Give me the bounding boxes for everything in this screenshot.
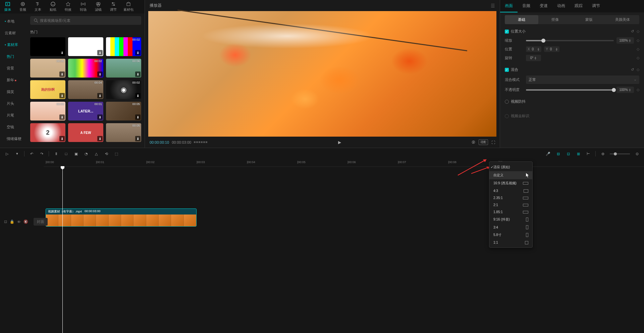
sidebar-item[interactable]: 片尾 xyxy=(0,110,27,121)
checkbox-blend[interactable]: ✓ xyxy=(505,68,509,72)
mic-icon[interactable]: 🎤 xyxy=(545,151,551,157)
tab-audio[interactable]: 音频 xyxy=(15,0,30,13)
asset-thumbnail[interactable]: ⬇ xyxy=(68,37,103,56)
search-field[interactable] xyxy=(40,18,138,22)
ratio-option[interactable]: 16:9 (西瓜视频) xyxy=(489,179,532,187)
tab-filter[interactable]: 滤镜 xyxy=(91,0,106,13)
reset-icon[interactable]: ↺ xyxy=(631,29,634,34)
inspector-tab[interactable]: 变速 xyxy=(535,0,552,12)
sidebar-item[interactable]: 本地 xyxy=(0,16,27,27)
search-input[interactable] xyxy=(30,16,141,25)
keyframe-icon[interactable]: ◇ xyxy=(637,47,639,51)
redo-button[interactable]: ↷ xyxy=(39,151,45,157)
split-tool[interactable]: Ⅱ xyxy=(53,151,59,157)
asset-thumbnail[interactable]: 00:03⬇ xyxy=(30,102,65,121)
link-icon[interactable]: ⊡ xyxy=(565,151,571,157)
speed-tool[interactable]: ◔ xyxy=(83,151,89,157)
rotate-value[interactable]: 0°▲▼ xyxy=(526,55,541,61)
inspector-tab[interactable]: 跟踪 xyxy=(570,0,587,12)
zoom-fit-icon[interactable]: ⊙ xyxy=(634,151,640,157)
inspector-tab[interactable]: 动画 xyxy=(552,0,570,12)
tab-pack[interactable]: 素材包 xyxy=(121,0,136,13)
chevron-down-icon[interactable]: ▼ xyxy=(14,151,20,157)
align-icon[interactable]: ⊢ xyxy=(585,151,591,157)
sidebar-item[interactable]: 片头 xyxy=(0,98,27,109)
playhead[interactable] xyxy=(62,167,63,333)
sidebar-item[interactable]: 情绪爆梗 xyxy=(0,134,27,144)
opacity-value[interactable]: 100%▲▼ xyxy=(616,87,634,93)
asset-thumbnail[interactable]: 00:06⬇ xyxy=(106,59,141,78)
play-button[interactable]: ▶ xyxy=(335,140,344,145)
delete-tool[interactable]: □ xyxy=(63,151,69,157)
capture-icon[interactable]: ⦿ xyxy=(472,140,475,144)
zoom-out-icon[interactable]: ⊖ xyxy=(600,151,606,157)
timeline-ruler[interactable]: |00:00|00:01|00:02|00:03|00:04|00:05|00:… xyxy=(44,159,644,167)
checkbox-stabilize[interactable] xyxy=(505,100,509,104)
mute-icon[interactable]: 🔇 xyxy=(23,220,28,224)
ratio-option[interactable]: 5.8寸 xyxy=(489,231,532,239)
sidebar-item[interactable]: 故障动画 xyxy=(0,145,27,148)
ratio-option[interactable]: 2.35:1 xyxy=(489,194,532,201)
tab-media[interactable]: 媒体 xyxy=(0,0,15,13)
asset-thumbnail[interactable]: 00:02⬇ xyxy=(106,37,141,56)
player-viewport[interactable] xyxy=(148,11,496,137)
pos-y-input[interactable]: Y0▲▼ xyxy=(544,46,559,52)
fullscreen-icon[interactable]: ⛶ xyxy=(491,140,495,144)
track-toggle-icon[interactable]: ⊡ xyxy=(4,220,7,224)
ratio-button[interactable]: 适配 xyxy=(479,139,488,145)
keyframe-icon[interactable]: ◇ xyxy=(637,56,639,60)
ratio-option[interactable]: 4:3 xyxy=(489,187,532,194)
sidebar-item[interactable]: 背景 xyxy=(0,63,27,74)
inspector-tab[interactable]: 画面 xyxy=(500,0,518,12)
inspector-seg[interactable]: 基础 xyxy=(505,15,538,24)
pointer-tool[interactable]: ▷ xyxy=(4,151,10,157)
tab-text[interactable]: TI文本 xyxy=(30,0,45,13)
asset-thumbnail[interactable]: 00:04⬇ xyxy=(68,80,103,99)
video-clip[interactable]: 视频素材（有字幕）.mp400:00:03:00 xyxy=(46,208,197,227)
ratio-option[interactable]: 1:1 xyxy=(489,239,532,246)
inspector-seg[interactable]: 美颜美体 xyxy=(606,15,639,24)
tab-fx[interactable]: 特效 xyxy=(60,0,75,13)
sidebar-item[interactable]: 素材库 xyxy=(0,40,27,50)
asset-thumbnail[interactable]: 00:05⬇ xyxy=(30,59,65,78)
asset-thumbnail[interactable]: 00:05⬇ xyxy=(106,102,141,121)
zoom-slider[interactable] xyxy=(610,153,630,154)
pos-x-input[interactable]: X0▲▼ xyxy=(526,46,541,52)
asset-thumbnail[interactable]: ⬇ xyxy=(30,37,65,56)
keyframe-icon[interactable]: ◇ xyxy=(637,67,639,72)
tab-transition[interactable]: 转场 xyxy=(75,0,91,13)
tab-sticker[interactable]: 贴纸 xyxy=(45,0,60,13)
snap-icon[interactable]: ⊞ xyxy=(575,151,581,157)
ratio-option[interactable]: 2:1 xyxy=(489,201,532,208)
sidebar-item[interactable]: 新年 xyxy=(0,75,27,85)
ratio-option[interactable]: 适应 (原始) xyxy=(489,163,532,171)
scale-value[interactable]: 100%▲▼ xyxy=(616,37,634,44)
inspector-tab[interactable]: 调节 xyxy=(587,0,605,12)
tab-adjust[interactable]: 调节 xyxy=(106,0,121,13)
resize-tool[interactable]: ⬚ xyxy=(113,151,119,157)
scale-slider[interactable] xyxy=(526,40,614,41)
sidebar-item[interactable]: 空镜 xyxy=(0,122,27,132)
ratio-option[interactable]: 9:16 (抖音) xyxy=(489,216,532,224)
player-menu-icon[interactable]: ☰ xyxy=(491,3,495,8)
asset-thumbnail[interactable]: 00:01⬇ xyxy=(68,102,103,121)
inspector-tab[interactable]: 音频 xyxy=(518,0,535,12)
asset-thumbnail[interactable]: ⬇ xyxy=(68,123,103,142)
keyframe-icon[interactable]: ◇ xyxy=(637,29,639,34)
opacity-slider[interactable] xyxy=(526,89,614,91)
inspector-seg[interactable]: 抠像 xyxy=(538,15,572,24)
lock-icon[interactable]: 🔒 xyxy=(10,220,14,224)
asset-thumbnail[interactable]: 00:05⬇ xyxy=(106,123,141,142)
mirror-tool[interactable]: △ xyxy=(93,151,99,157)
reset-icon[interactable]: ↺ xyxy=(631,67,634,72)
magnet-icon[interactable]: ⊟ xyxy=(555,151,561,157)
asset-thumbnail[interactable]: ⬇ xyxy=(30,80,65,99)
checkbox-position[interactable]: ✓ xyxy=(505,30,509,34)
crop-tool[interactable]: ▣ xyxy=(73,151,79,157)
undo-button[interactable]: ↶ xyxy=(29,151,35,157)
timeline-tracks[interactable]: 视频素材（有字幕）.mp400:00:03:00 ⊡ 🔒 👁 🔇 封面 适应 (… xyxy=(0,167,644,333)
keyframe-icon[interactable]: ◇ xyxy=(637,88,639,92)
layout-grid-icon[interactable] xyxy=(194,141,207,143)
cover-button[interactable]: 封面 xyxy=(34,218,48,226)
sidebar-item[interactable]: 搞笑 xyxy=(0,87,27,97)
